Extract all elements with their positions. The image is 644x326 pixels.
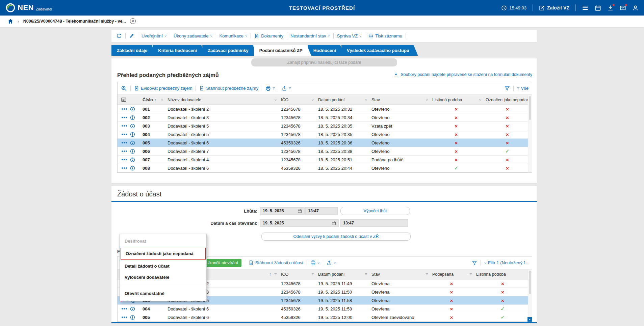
oteviranie-date-field[interactable]: 19. 5. 2025 xyxy=(260,219,339,227)
calendar-button[interactable] xyxy=(595,5,601,11)
print-button[interactable]: ▽ xyxy=(310,260,319,266)
search-supplier-button[interactable] xyxy=(121,85,127,91)
col-listinna-podoba[interactable]: Listinná podoba▽ xyxy=(473,272,532,277)
stahnout-zajmy-link[interactable]: Stáhnout předběžné zájmy xyxy=(199,86,258,91)
row-actions-button[interactable] xyxy=(121,307,128,310)
scrollbar-thumb[interactable] xyxy=(529,96,531,120)
messages-button[interactable] xyxy=(620,5,626,11)
info-icon[interactable] xyxy=(130,306,135,311)
menu-dokumenty[interactable]: Dokumenty xyxy=(254,33,283,38)
table-row[interactable]: 008 Dodavatel - školení 6 45359326 18. 5… xyxy=(118,164,532,172)
table-row[interactable]: 005 Dodavatel - školení 6 45359326 19. 5… xyxy=(118,313,532,322)
table-row[interactable]: 007 Dodavatel - školení 4 12345678 18. 5… xyxy=(118,156,532,164)
zahajit-fazi-button[interactable]: Zahájit přípravu následující fáze podání xyxy=(251,58,397,66)
menu-sprava-vz[interactable]: Správa VZ▽ xyxy=(337,33,362,38)
nen-logo[interactable]: NEN Zadavatel xyxy=(5,3,52,13)
col-ico[interactable]: IČO▽ xyxy=(278,272,315,277)
row-actions-button[interactable] xyxy=(121,167,128,169)
scroll-corner-button[interactable]: ▾ xyxy=(527,317,532,322)
tab-podani-ucastniku-zp[interactable]: Podání účastníků ZP xyxy=(254,45,311,56)
info-icon[interactable] xyxy=(130,149,135,154)
col-listinna-podoba[interactable]: Listinná podoba▽ xyxy=(430,98,483,102)
table-row[interactable]: 001 Dodavatel - školení 2 12345678 18. 5… xyxy=(118,105,532,113)
tab-zakladni-udaje[interactable]: Základní údaje xyxy=(111,45,156,56)
menu-ukony-zadavatele[interactable]: Úkony zadavatele▽ xyxy=(174,33,212,38)
col-stav[interactable]: Stav▽ xyxy=(369,98,430,102)
col-datum-podani[interactable]: Datum podání▽ xyxy=(315,98,369,102)
stahnout-zadosti-link[interactable]: Stáhnout žádosti o účast xyxy=(249,260,303,265)
col-nazev-dodavatele[interactable]: Název dodavatele▽ xyxy=(165,98,278,102)
edit-record-button[interactable] xyxy=(129,33,134,38)
tab-kriteria-hodnoceni[interactable]: Kritéria hodnocení xyxy=(153,45,206,56)
menu-button[interactable] xyxy=(582,4,589,11)
info-icon[interactable] xyxy=(130,132,135,137)
oteviranie-time-field[interactable]: 13:47 xyxy=(340,219,408,227)
row-actions-button[interactable] xyxy=(121,141,128,144)
info-icon[interactable] xyxy=(130,107,135,112)
calendar-icon[interactable] xyxy=(332,221,336,225)
info-icon[interactable] xyxy=(130,115,135,120)
active-filter-link[interactable]: ▽Filtr 1 (Neuložený f... xyxy=(484,260,529,265)
scrollbar-thumb[interactable] xyxy=(529,271,531,294)
col-podepsana[interactable]: Podepsána▽ xyxy=(430,272,473,277)
filter-button[interactable] xyxy=(505,86,510,91)
evidovat-zajem-link[interactable]: Evidovat předběžný zájem xyxy=(134,86,192,91)
info-icon[interactable] xyxy=(130,166,135,171)
table-row[interactable]: 002 Dodavatel - školení 3 12345678 18. 5… xyxy=(118,113,532,122)
filter-button[interactable] xyxy=(472,260,477,266)
lhuta-date-field[interactable]: 19. 5. 2025 xyxy=(260,207,305,215)
row-actions-button[interactable] xyxy=(121,108,128,110)
tab-vysledek-zadavaciho-postupu[interactable]: Výsledek zadávacího postupu xyxy=(341,45,418,56)
info-icon[interactable] xyxy=(130,140,135,145)
view-all-link[interactable]: ▽Vše xyxy=(517,86,529,91)
col-oznacen-jako-nepodany[interactable]: Označen jako nepodaný xyxy=(483,98,532,102)
context-item-vylouceni-dodavatele[interactable]: Vyloučení dodavatele xyxy=(120,272,206,283)
col-stav[interactable]: Stav▽ xyxy=(369,272,430,277)
row-actions-button[interactable] xyxy=(121,125,128,127)
row-actions-button[interactable] xyxy=(121,133,128,136)
downloads-button[interactable] xyxy=(607,5,614,11)
breadcrumb-item[interactable]: N006/25/V00004748 - Telekomunikační služ… xyxy=(23,19,126,24)
row-actions-button[interactable] xyxy=(121,116,128,119)
export-button[interactable]: ▽ xyxy=(327,260,336,266)
table-row[interactable]: 006 Dodavatel - školení 7 12345678 18. 5… xyxy=(118,147,532,156)
profile-button[interactable] xyxy=(632,5,639,11)
context-item-oznaceni-nepodana[interactable]: Označení žádosti jako nepodaná xyxy=(121,248,206,260)
col-datum-podani[interactable]: Datum podání▽ xyxy=(315,272,369,277)
row-actions-button[interactable] xyxy=(121,316,128,319)
table-row[interactable]: 004 Dodavatel - školení 6 45359326 19. 5… xyxy=(118,305,532,313)
menu-nestandardni-stav[interactable]: Nestandardní stav▽ xyxy=(290,33,330,38)
table-row[interactable]: 004 Dodavatel - školení 5 12345678 18. 5… xyxy=(118,130,532,139)
menu-tisk-zaznamu[interactable]: Tisk záznamu xyxy=(368,33,402,38)
vertical-scrollbar[interactable] xyxy=(528,270,532,322)
calendar-icon[interactable] xyxy=(298,209,302,213)
col-ico[interactable]: IČO▽ xyxy=(278,98,315,102)
close-tab-button[interactable]: ✕ xyxy=(130,18,136,24)
context-item-detail-zadosti[interactable]: Detail žádosti o účast xyxy=(120,261,206,272)
row-actions-button[interactable] xyxy=(121,150,128,153)
tab-hodnoceni[interactable]: Hodnocení xyxy=(308,45,345,56)
soubory-podani-link[interactable]: Soubory podání najdete připravené ke sta… xyxy=(393,72,532,77)
vypocet-lhut-button[interactable]: Výpočet lhůt xyxy=(340,207,410,215)
info-icon[interactable] xyxy=(130,315,135,320)
context-item-otevrit-samostatne[interactable]: Otevřít samostatně xyxy=(120,288,206,299)
table-row[interactable]: 003 Dodavatel - školení 5 12345678 18. 5… xyxy=(118,122,532,130)
vertical-scrollbar[interactable] xyxy=(528,95,532,172)
print-button[interactable]: ▽ xyxy=(265,86,275,91)
odeslani-vyzvy-button[interactable]: Odeslání výzvy k podání žádosti o účast … xyxy=(261,233,411,241)
col-cislo[interactable]: Číslo↑▽ xyxy=(140,98,165,102)
home-icon[interactable] xyxy=(7,18,14,24)
menu-komunikace[interactable]: Komunikace▽ xyxy=(220,33,248,38)
lhuta-time-field[interactable]: 13:47 xyxy=(305,207,338,215)
column-settings-button[interactable] xyxy=(121,97,127,103)
info-icon[interactable] xyxy=(130,157,135,162)
ukoncit-oteviranie-button[interactable]: Ukončit otevírání xyxy=(203,259,241,267)
menu-uverejneni[interactable]: Uveřejnění▽ xyxy=(141,33,166,38)
table-row[interactable]: 005 Dodavatel - školení 6 45359326 18. 5… xyxy=(118,139,532,147)
row-actions-button[interactable] xyxy=(121,158,128,161)
refresh-button[interactable] xyxy=(116,33,122,39)
info-icon[interactable] xyxy=(130,124,135,129)
create-vz-button[interactable]: Založit VZ xyxy=(539,5,569,11)
export-button[interactable]: ▽ xyxy=(282,86,291,91)
tab-zadavaci-podminky[interactable]: Zadávací podmínky xyxy=(202,45,257,56)
